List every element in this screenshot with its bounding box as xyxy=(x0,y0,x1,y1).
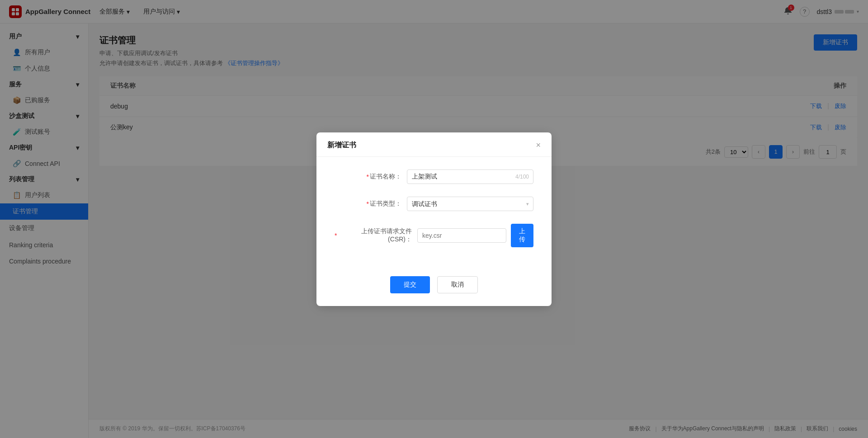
cert-type-select[interactable]: 调试证书 发布证书 xyxy=(407,197,533,211)
submit-button[interactable]: 提交 xyxy=(390,276,430,293)
modal-overlay[interactable]: 新增证书 × * 证书名称： 4/100 * 证书类型： xyxy=(0,0,868,438)
modal-body: * 证书名称： 4/100 * 证书类型： 调试证书 发布证书 xyxy=(316,157,552,273)
cancel-button[interactable]: 取消 xyxy=(437,276,478,293)
modal-title: 新增证书 xyxy=(327,141,356,150)
csr-control: 上传 xyxy=(417,224,533,247)
modal-header: 新增证书 × xyxy=(316,132,552,157)
cert-name-input[interactable] xyxy=(407,170,533,184)
cert-name-control: 4/100 xyxy=(407,170,533,184)
modal-footer: 提交 取消 xyxy=(316,273,552,306)
upload-button[interactable]: 上传 xyxy=(511,224,533,247)
cert-type-control: 调试证书 发布证书 ▾ xyxy=(407,197,533,211)
form-row-csr: * 上传证书请求文件(CSR)： 上传 xyxy=(335,224,533,247)
modal-close-button[interactable]: × xyxy=(536,141,541,150)
form-row-cert-type: * 证书类型： 调试证书 发布证书 ▾ xyxy=(335,197,533,211)
form-row-cert-name: * 证书名称： 4/100 xyxy=(335,170,533,184)
cert-name-count: 4/100 xyxy=(515,174,529,180)
cert-name-label: * 证书名称： xyxy=(335,173,407,181)
cert-type-label: * 证书类型： xyxy=(335,200,407,208)
csr-input[interactable] xyxy=(417,228,506,243)
new-cert-modal: 新增证书 × * 证书名称： 4/100 * 证书类型： xyxy=(316,132,552,306)
csr-label: * 上传证书请求文件(CSR)： xyxy=(335,227,417,244)
